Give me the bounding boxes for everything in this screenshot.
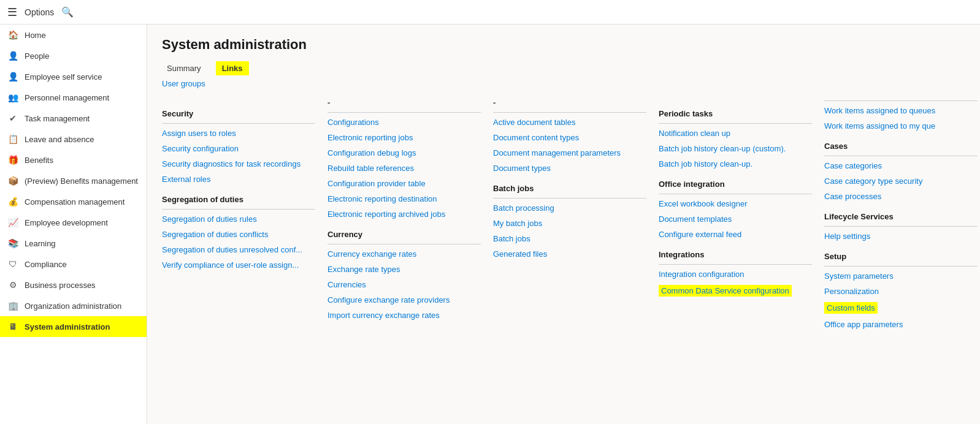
section-heading-batch-jobs: Batch jobs [493,184,646,193]
learning-icon: 📚 [7,238,18,249]
link-work-items-queues[interactable]: Work items assigned to queues [824,106,978,115]
sidebar-label-home: Home [25,31,46,40]
sidebar-item-leave-and-absence[interactable]: 📋 Leave and absence [0,129,147,150]
tab-summary[interactable]: Summary [162,61,206,75]
link-electronic-reporting-destination[interactable]: Electronic reporting destination [327,194,481,203]
link-security-diagnostics[interactable]: Security diagnostics for task recordings [162,159,315,168]
sidebar-label-preview-benefits: (Preview) Benefits management [25,176,138,186]
preview-benefits-icon: 📦 [7,175,18,186]
link-personalization[interactable]: Personalization [824,287,978,296]
content-area: System administration Summary Links User… [147,25,980,424]
benefits-icon: 🎁 [7,154,18,165]
link-security-configuration[interactable]: Security configuration [162,144,315,153]
link-configure-external-feed[interactable]: Configure external feed [659,230,812,239]
link-segregation-conflicts[interactable]: Segregation of duties conflicts [162,230,315,239]
link-active-document-tables[interactable]: Active document tables [493,118,646,127]
link-verify-compliance[interactable]: Verify compliance of user-role assign... [162,260,315,270]
section-heading-lifecycle: Lifecycle Services [824,212,978,221]
sidebar-item-learning[interactable]: 📚 Learning [0,233,147,254]
sidebar-item-task-management[interactable]: ✔ Task management [0,108,147,129]
sidebar-item-employee-self-service[interactable]: 👤 Employee self service [0,66,147,87]
org-admin-icon: 🏢 [7,300,18,311]
link-segregation-rules[interactable]: Segregation of duties rules [162,214,315,224]
link-assign-users-to-roles[interactable]: Assign users to roles [162,129,315,138]
link-case-categories[interactable]: Case categories [824,161,978,170]
link-custom-fields[interactable]: Custom fields [824,302,878,314]
link-document-types[interactable]: Document types [493,164,646,173]
link-configuration-provider-table[interactable]: Configuration provider table [327,179,481,188]
sidebar-label-personnel-management: Personnel management [25,93,109,102]
sidebar-label-benefits: Benefits [25,156,53,165]
link-batch-processing[interactable]: Batch processing [493,203,646,213]
link-integration-configuration[interactable]: Integration configuration [659,270,812,279]
link-generated-files[interactable]: Generated files [493,249,646,259]
link-case-processes[interactable]: Case processes [824,192,978,201]
link-batch-history-clean-up[interactable]: Batch job history clean-up. [659,159,812,168]
section-heading-segregation: Segregation of duties [162,195,315,204]
employee-self-service-icon: 👤 [7,71,18,82]
sidebar-label-people: People [25,51,49,61]
link-currencies[interactable]: Currencies [327,280,481,289]
sidebar-label-org-admin: Organization administration [25,301,121,311]
link-notification-clean-up[interactable]: Notification clean up [659,129,812,138]
col3-top-label: - [493,98,646,107]
link-configure-exchange-rate-providers[interactable]: Configure exchange rate providers [327,295,481,305]
sidebar-item-benefits[interactable]: 🎁 Benefits [0,150,147,170]
link-help-settings[interactable]: Help settings [824,232,978,241]
link-excel-workbook-designer[interactable]: Excel workbook designer [659,199,812,208]
hamburger-icon[interactable]: ☰ [7,6,17,19]
link-external-roles[interactable]: External roles [162,175,315,184]
sidebar-item-compensation[interactable]: 💰 Compensation management [0,191,147,212]
main-layout: 🏠 Home 👤 People 👤 Employee self service … [0,25,980,424]
sidebar-label-leave-and-absence: Leave and absence [25,135,94,144]
link-electronic-reporting-archived-jobs[interactable]: Electronic reporting archived jobs [327,210,481,219]
link-document-templates[interactable]: Document templates [659,214,812,224]
sidebar-item-home[interactable]: 🏠 Home [0,25,147,45]
user-groups-link[interactable]: User groups [162,79,205,88]
sidebar-item-employee-development[interactable]: 📈 Employee development [0,212,147,233]
link-configuration-debug-logs[interactable]: Configuration debug logs [327,148,481,157]
link-document-content-types[interactable]: Document content types [493,133,646,142]
sidebar-item-business-processes[interactable]: ⚙ Business processes [0,274,147,295]
top-bar: ☰ Options 🔍 [0,0,980,25]
compliance-icon: 🛡 [7,259,18,270]
sidebar-item-preview-benefits[interactable]: 📦 (Preview) Benefits management [0,170,147,191]
link-system-parameters[interactable]: System parameters [824,271,978,281]
sidebar: 🏠 Home 👤 People 👤 Employee self service … [0,25,147,424]
link-work-items-my-queue[interactable]: Work items assigned to my que [824,121,978,131]
link-batch-history-clean-up-custom[interactable]: Batch job history clean-up (custom). [659,144,812,153]
link-rebuild-table-references[interactable]: Rebuild table references [327,164,481,173]
system-admin-icon: 🖥 [7,321,18,332]
link-document-management-parameters[interactable]: Document management parameters [493,148,646,157]
section-heading-setup: Setup [824,252,978,261]
sidebar-item-organization-admin[interactable]: 🏢 Organization administration [0,295,147,316]
sidebar-label-business-processes: Business processes [25,281,96,290]
link-import-currency-exchange-rates[interactable]: Import currency exchange rates [327,311,481,320]
sidebar-item-system-admin[interactable]: 🖥 System administration [0,316,147,337]
link-case-category-type-security[interactable]: Case category type security [824,176,978,186]
col-electronic-reporting: - Configurations Electronic reporting jo… [327,98,493,335]
link-electronic-reporting-jobs[interactable]: Electronic reporting jobs [327,133,481,142]
sidebar-label-compensation: Compensation management [25,197,124,206]
sidebar-label-compliance: Compliance [25,260,67,269]
link-configurations[interactable]: Configurations [327,118,481,127]
section-heading-office-integration: Office integration [659,180,812,189]
tab-links[interactable]: Links [216,61,249,75]
link-common-data-service[interactable]: Common Data Service configuration [659,285,792,297]
sidebar-item-compliance[interactable]: 🛡 Compliance [0,254,147,274]
link-office-app-parameters[interactable]: Office app parameters [824,320,978,329]
sidebar-item-people[interactable]: 👤 People [0,45,147,66]
link-segregation-unresolved[interactable]: Segregation of duties unresolved conf... [162,245,315,254]
link-exchange-rate-types[interactable]: Exchange rate types [327,265,481,274]
link-batch-jobs[interactable]: Batch jobs [493,234,646,243]
section-heading-security: Security [162,109,315,118]
section-heading-cases: Cases [824,142,978,151]
page-title: System administration [162,37,965,53]
tabs-row: Summary Links [162,61,965,75]
sidebar-item-personnel-management[interactable]: 👥 Personnel management [0,87,147,108]
section-heading-periodic-tasks: Periodic tasks [659,109,812,118]
link-my-batch-jobs[interactable]: My batch jobs [493,219,646,228]
search-icon[interactable]: 🔍 [61,6,74,18]
link-currency-exchange-rates[interactable]: Currency exchange rates [327,249,481,259]
section-heading-currency: Currency [327,230,481,239]
